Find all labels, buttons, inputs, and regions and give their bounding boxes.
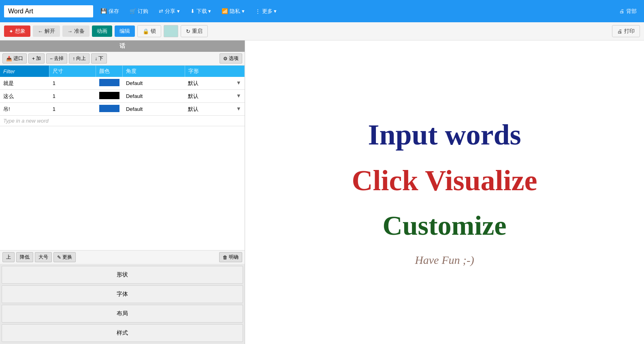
options-button[interactable]: ⚙ 选项 (220, 53, 242, 64)
lower-button[interactable]: 降低 (16, 252, 33, 262)
col-filter[interactable]: Filter (0, 66, 49, 77)
reset-icon: ↻ (186, 28, 190, 34)
side-panels: 形状 字体 布局 样式 (0, 264, 245, 344)
down-button[interactable]: ↓ 下 (91, 53, 107, 64)
clear-button[interactable]: 🗑 明确 (219, 252, 242, 262)
row-dropdown-icon[interactable]: ▼ (236, 80, 241, 86)
transform-label: 更换 (62, 254, 72, 261)
words-header: 话 (0, 40, 245, 52)
lock-label: 锁 (151, 28, 156, 35)
up-label: 向上 (76, 55, 86, 62)
uppercase-label: 大号 (38, 254, 48, 260)
word-cell[interactable]: 就是 (0, 77, 49, 90)
new-word-row[interactable]: Type in a new word (0, 116, 245, 126)
size-cell[interactable]: 1 (49, 103, 96, 116)
angle-cell[interactable]: Default (123, 77, 185, 90)
print-button[interactable]: 🖨 打印 (612, 25, 640, 37)
word-cell[interactable]: 吊! (0, 103, 49, 116)
edit-button[interactable]: 编辑 (115, 25, 135, 37)
layout-panel-item[interactable]: 布局 (2, 305, 243, 323)
add-label: 加 (36, 55, 41, 62)
color-cell[interactable] (96, 103, 123, 116)
import-label: 进口 (13, 55, 23, 62)
share-icon: ⇄ (159, 8, 163, 14)
style-panel-item[interactable]: 样式 (2, 324, 243, 342)
color-box[interactable] (99, 79, 119, 86)
import-icon: 📥 (6, 56, 12, 62)
canvas-line-4: Have Fun ;-) (415, 254, 474, 267)
words-tbody: 就是 1 Default 默认 ▼ 这么 1 Default 默认 ▼ 吊! 1 (0, 77, 245, 126)
word-cell[interactable]: 这么 (0, 90, 49, 103)
reset-button[interactable]: ↻ 重启 (181, 25, 208, 37)
more-icon: ⋮ (255, 8, 260, 14)
up2-button[interactable]: 上 (2, 252, 15, 262)
share-button[interactable]: ⇄ 分享 ▾ (156, 6, 183, 17)
edit-label: 编辑 (119, 28, 130, 35)
animate-button[interactable]: 动画 (92, 25, 112, 37)
order-button[interactable]: 🛒 订购 (126, 6, 151, 17)
col-color[interactable]: 颜色 (96, 66, 123, 77)
font-cell[interactable]: 默认 ▼ (185, 77, 244, 90)
top-header: 💾 保存 🛒 订购 ⇄ 分享 ▾ ⬇ 下载 ▾ 📶 隐私 ▾ ⋮ 更多 ▾ 🖨 … (0, 0, 644, 22)
color-swatch[interactable] (164, 25, 178, 37)
uppercase-button[interactable]: 大号 (35, 252, 52, 262)
col-angle[interactable]: 角度 (123, 66, 185, 77)
back-button[interactable]: 🖨 背部 (616, 6, 640, 17)
col-color-label: 颜色 (99, 68, 110, 74)
font-cell[interactable]: 默认 ▼ (185, 90, 244, 103)
angle-cell[interactable]: Default (123, 103, 185, 116)
col-font[interactable]: 字形 (185, 66, 244, 77)
save-button[interactable]: 💾 保存 (97, 6, 122, 17)
unlock-button[interactable]: ← 解开 (33, 25, 60, 37)
toolbar: ✦ 想象 ← 解开 → 准备 动画 编辑 🔒 锁 ↻ 重启 🖨 打印 (0, 22, 644, 40)
color-box[interactable] (99, 92, 119, 99)
transform-icon: ✎ (57, 255, 61, 260)
up-button[interactable]: ↑ 向上 (69, 53, 90, 64)
canvas-area: Input words Click Visualize Customize Ha… (245, 40, 644, 344)
table-row[interactable]: 这么 1 Default 默认 ▼ (0, 90, 245, 103)
canvas-line-2: Click Visualize (352, 164, 537, 197)
col-angle-label: 角度 (126, 68, 136, 74)
visualize-button[interactable]: ✦ 想象 (4, 25, 30, 37)
down-label: 下 (98, 55, 103, 62)
visualize-icon: ✦ (9, 28, 13, 34)
col-filter-label: Filter (3, 68, 15, 74)
download-icon: ⬇ (190, 8, 195, 14)
size-cell[interactable]: 1 (49, 77, 96, 90)
privacy-button[interactable]: 📶 隐私 ▾ (218, 6, 248, 17)
col-size[interactable]: 尺寸 (49, 66, 96, 77)
size-cell[interactable]: 1 (49, 90, 96, 103)
table-row[interactable]: 吊! 1 Default 默认 ▼ (0, 103, 245, 116)
up2-label: 上 (6, 254, 11, 260)
down-icon: ↓ (95, 56, 97, 62)
table-row[interactable]: 就是 1 Default 默认 ▼ (0, 77, 245, 90)
font-panel-item[interactable]: 字体 (2, 285, 243, 303)
lock-button[interactable]: 🔒 锁 (137, 25, 161, 37)
color-box[interactable] (99, 105, 119, 112)
lower-label: 降低 (20, 254, 30, 260)
add-button[interactable]: + 加 (28, 53, 45, 64)
color-cell[interactable] (96, 90, 123, 103)
more-label: 更多 ▾ (262, 8, 277, 15)
unlock-label: 解开 (45, 28, 55, 35)
visualize-label: 想象 (15, 28, 26, 35)
transform-button[interactable]: ✎ 更换 (53, 252, 76, 262)
new-word-placeholder[interactable]: Type in a new word (0, 116, 245, 126)
app-title-input[interactable] (4, 5, 93, 17)
angle-cell[interactable]: Default (123, 90, 185, 103)
row-dropdown-icon[interactable]: ▼ (236, 93, 241, 99)
font-cell[interactable]: 默认 ▼ (185, 103, 244, 116)
color-cell[interactable] (96, 77, 123, 90)
download-button[interactable]: ⬇ 下载 ▾ (187, 6, 215, 17)
animate-label: 动画 (97, 28, 107, 35)
shape-panel-item[interactable]: 形状 (2, 266, 243, 284)
remove-button[interactable]: − 去掉 (46, 53, 67, 64)
options-icon: ⚙ (223, 56, 228, 62)
prepare-button[interactable]: → 准备 (62, 25, 90, 37)
row-dropdown-icon[interactable]: ▼ (236, 106, 241, 112)
order-label: 订购 (138, 8, 148, 15)
more-button[interactable]: ⋮ 更多 ▾ (252, 6, 280, 17)
font-panel-label: 字体 (117, 291, 128, 297)
import-button[interactable]: 📥 进口 (2, 53, 27, 64)
words-table-container[interactable]: Filter 尺寸 颜色 角度 (0, 66, 245, 250)
